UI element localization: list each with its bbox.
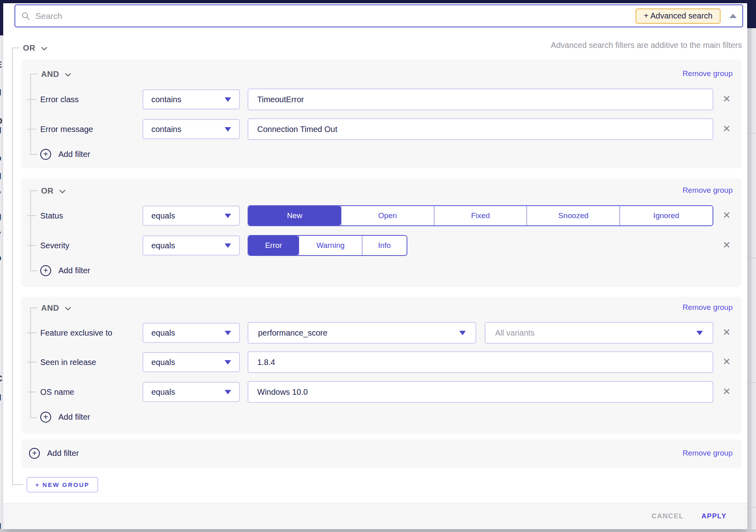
tree-connector <box>27 362 36 363</box>
remove-filter-icon[interactable]: ✕ <box>723 328 731 337</box>
background-page-left-strip: Etg•DgogvlgvloCgig <box>0 35 3 529</box>
value-input-error-class[interactable] <box>248 89 713 110</box>
background-page-text-fragment: E <box>0 60 3 70</box>
value-input-os[interactable] <box>248 381 713 403</box>
feature-select-value: performance_score <box>258 328 327 338</box>
operator-select-feature[interactable]: equals <box>143 323 240 343</box>
tree-connector <box>30 74 37 74</box>
collapse-panel-icon[interactable] <box>729 14 737 18</box>
group-2-add-filter[interactable]: + Add filter <box>40 265 90 276</box>
filter-label-status: Status <box>40 211 63 221</box>
dropdown-arrow-icon <box>225 243 231 248</box>
dropdown-arrow-icon <box>225 127 231 132</box>
dropdown-arrow-icon <box>225 214 231 218</box>
remove-filter-icon[interactable]: ✕ <box>723 240 731 250</box>
filter-group-2 <box>21 178 742 287</box>
background-page-bottom-edge <box>0 529 756 532</box>
severity-option-info[interactable]: Info <box>362 236 407 255</box>
group-3-operator[interactable]: AND <box>41 302 71 313</box>
tree-connector <box>12 47 13 485</box>
operator-value: equals <box>151 358 175 367</box>
group-2-remove-link[interactable]: Remove group <box>682 186 733 195</box>
filter-group-4 <box>21 439 742 468</box>
filter-label-feature-exclusive-to: Feature exclusive to <box>40 328 112 338</box>
remove-filter-icon[interactable]: ✕ <box>723 94 731 104</box>
tree-connector <box>27 392 36 392</box>
operator-select-os[interactable]: equals <box>143 382 240 402</box>
background-page-text-fragment: C <box>0 373 3 384</box>
variants-select[interactable]: All variants <box>485 322 713 344</box>
status-option-open[interactable]: Open <box>341 206 434 225</box>
operator-value: contains <box>151 95 182 104</box>
operator-select-error-message[interactable]: contains <box>143 119 240 139</box>
background-page-text-fragment: • <box>0 105 3 115</box>
value-input-release[interactable] <box>248 351 713 373</box>
tree-connector <box>30 74 31 155</box>
additive-filters-hint: Advanced search filters are additive to … <box>551 41 742 50</box>
chevron-down-icon <box>65 307 71 311</box>
tree-connector <box>30 190 37 191</box>
background-page-text-fragment: g <box>0 211 3 221</box>
remove-filter-icon[interactable]: ✕ <box>723 387 731 396</box>
add-filter-label: Add filter <box>47 449 79 458</box>
background-page-text-fragment: i <box>0 507 3 518</box>
background-page-text-fragment: g <box>0 520 3 529</box>
feature-select[interactable]: performance_score <box>248 322 476 344</box>
group-3-remove-link[interactable]: Remove group <box>682 303 733 312</box>
tree-connector <box>30 270 37 271</box>
group-1-add-filter[interactable]: + Add filter <box>40 149 90 160</box>
filter-group-1 <box>21 60 742 168</box>
operator-select-status[interactable]: equals <box>143 206 240 226</box>
root-operator-label: OR <box>23 43 35 53</box>
status-option-fixed[interactable]: Fixed <box>434 206 527 225</box>
tree-connector <box>27 99 36 100</box>
value-input-error-message[interactable] <box>248 118 713 140</box>
operator-value: equals <box>151 211 175 221</box>
group-4-add-filter[interactable]: + Add filter <box>29 448 79 459</box>
background-page-text-fragment: l <box>0 240 3 250</box>
operator-select-severity[interactable]: equals <box>143 235 240 256</box>
severity-option-error[interactable]: Error <box>248 236 299 255</box>
plus-circle-icon: + <box>40 149 51 160</box>
advanced-search-button[interactable]: + Advanced search <box>636 8 721 24</box>
tree-connector <box>30 307 37 308</box>
filter-label-error-message: Error message <box>40 125 93 134</box>
group-1-remove-link[interactable]: Remove group <box>682 69 733 78</box>
group-operator-label: OR <box>41 186 54 196</box>
status-option-ignored[interactable]: Ignored <box>620 206 713 225</box>
tree-connector <box>27 129 36 130</box>
filter-label-severity: Severity <box>40 241 69 250</box>
search-input[interactable] <box>35 11 636 21</box>
group-4-remove-link[interactable]: Remove group <box>682 449 733 458</box>
group-1-operator[interactable]: AND <box>41 68 71 80</box>
remove-filter-icon[interactable]: ✕ <box>723 357 731 367</box>
plus-circle-icon: + <box>29 448 40 459</box>
new-group-button[interactable]: + NEW GROUP <box>27 477 98 493</box>
app-header-right-edge <box>747 0 756 28</box>
filter-label-os-name: OS name <box>40 388 74 397</box>
status-option-snoozed[interactable]: Snoozed <box>527 206 620 225</box>
group-2-operator[interactable]: OR <box>41 185 66 196</box>
status-option-new[interactable]: New <box>248 206 341 225</box>
background-page-text-fragment: o <box>0 153 3 163</box>
dropdown-arrow-icon <box>225 360 231 365</box>
root-operator[interactable]: OR <box>23 42 48 54</box>
background-page-right-strip <box>747 0 756 532</box>
search-icon <box>21 11 31 21</box>
advanced-search-screen: Etg•DgogvlgvloCgig + Advanced search Adv… <box>0 0 756 532</box>
operator-select-release[interactable]: equals <box>143 352 240 372</box>
group-3-add-filter[interactable]: + Add filter <box>40 412 90 423</box>
dropdown-arrow-icon <box>459 331 466 335</box>
remove-filter-icon[interactable]: ✕ <box>723 210 731 220</box>
tree-connector <box>27 245 36 246</box>
severity-option-warning[interactable]: Warning <box>299 236 362 255</box>
background-row-divider <box>747 507 756 508</box>
apply-button[interactable]: APPLY <box>701 512 727 520</box>
operator-select-error-class[interactable]: contains <box>143 89 240 109</box>
cancel-button[interactable]: CANCEL <box>652 512 684 520</box>
remove-filter-icon[interactable]: ✕ <box>723 124 731 134</box>
tree-connector <box>12 484 23 485</box>
severity-segmented-control: Error Warning Info <box>248 235 407 256</box>
chevron-down-icon <box>41 47 48 51</box>
tree-connector <box>12 47 19 48</box>
